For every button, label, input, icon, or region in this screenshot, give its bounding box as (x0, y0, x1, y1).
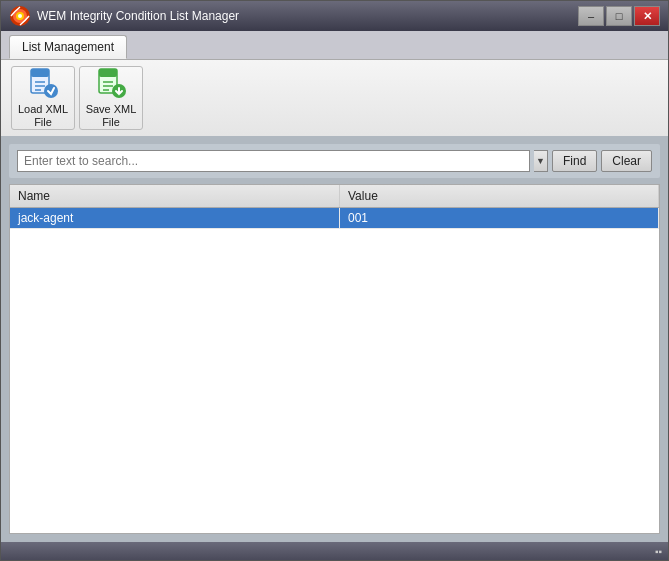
svg-rect-11 (99, 69, 117, 77)
svg-rect-5 (31, 69, 49, 77)
title-bar: WEM Integrity Condition List Manager – □… (1, 1, 668, 31)
tab-header: List Management (1, 31, 668, 59)
title-bar-left: WEM Integrity Condition List Manager (9, 5, 239, 27)
table-header: Name Value (10, 185, 659, 208)
tab-list-management[interactable]: List Management (9, 35, 127, 59)
maximize-button[interactable]: □ (606, 6, 632, 26)
save-xml-label: Save XML File (86, 103, 137, 129)
minimize-button[interactable]: – (578, 6, 604, 26)
svg-point-3 (18, 14, 22, 18)
save-xml-button[interactable]: Save XML File (79, 66, 143, 130)
search-dropdown-arrow[interactable]: ▼ (534, 150, 548, 172)
column-value-header: Value (340, 185, 659, 207)
load-xml-button[interactable]: Load XML File (11, 66, 75, 130)
find-button[interactable]: Find (552, 150, 597, 172)
app-icon (9, 5, 31, 27)
clear-button[interactable]: Clear (601, 150, 652, 172)
main-window: WEM Integrity Condition List Manager – □… (0, 0, 669, 561)
svg-point-9 (44, 84, 58, 98)
cell-name: jack-agent (10, 208, 340, 228)
search-bar: ▼ Find Clear (9, 144, 660, 178)
table-body: jack-agent 001 (10, 208, 659, 533)
column-name-header: Name (10, 185, 340, 207)
load-xml-label: Load XML File (18, 103, 68, 129)
status-bar: ▪▪ (1, 542, 668, 560)
main-content: ▼ Find Clear Name Value jack-agent 001 (1, 136, 668, 542)
data-table: Name Value jack-agent 001 (9, 184, 660, 534)
load-xml-icon (27, 67, 59, 99)
window-title: WEM Integrity Condition List Manager (37, 9, 239, 23)
table-row[interactable]: jack-agent 001 (10, 208, 659, 229)
close-button[interactable]: ✕ (634, 6, 660, 26)
ribbon-area: List Management Loa (1, 31, 668, 136)
status-text: ▪▪ (655, 546, 662, 557)
save-xml-icon (95, 67, 127, 99)
title-bar-buttons: – □ ✕ (578, 6, 660, 26)
search-input[interactable] (17, 150, 530, 172)
cell-value: 001 (340, 208, 659, 228)
toolbar-content: Load XML File (1, 59, 668, 136)
